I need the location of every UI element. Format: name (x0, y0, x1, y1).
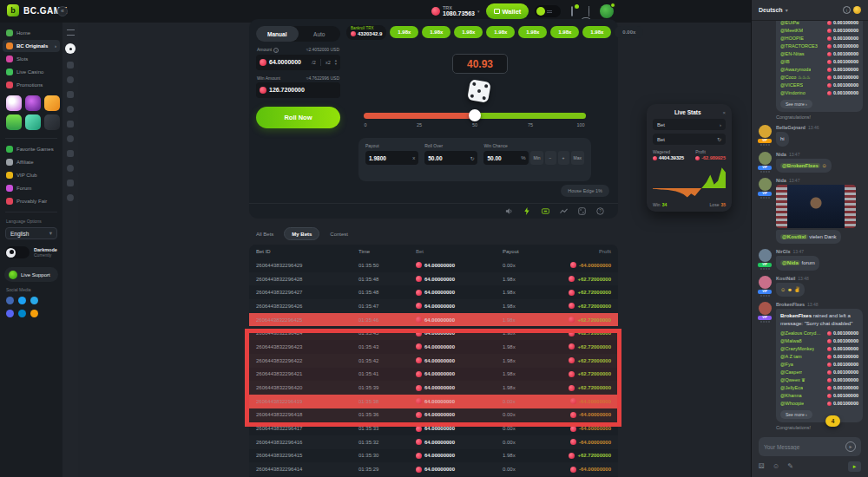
chat-message-list[interactable]: … gebracht oder?VIPKostNail13:16jaVIPDev… (752, 21, 868, 432)
sidebar-item-affiliate[interactable]: Affiliate (3, 156, 60, 168)
sidebar-item-vip-club[interactable]: VIP Club (3, 169, 60, 181)
rail-item-game[interactable] (67, 150, 74, 157)
bet-row[interactable]: 260644383229641901:35:3864.000000000.00x… (249, 395, 618, 408)
new-messages-badge[interactable]: 4 (825, 415, 840, 427)
tab-contest[interactable]: Contest (323, 227, 355, 240)
tab-auto[interactable]: Auto (299, 26, 341, 42)
rail-item-game[interactable] (67, 62, 74, 69)
game-tile-ball[interactable] (25, 95, 41, 111)
slider-track[interactable] (364, 113, 586, 119)
chat-message-input[interactable] (764, 444, 842, 450)
avatar[interactable] (759, 152, 772, 165)
avatar[interactable] (759, 249, 772, 262)
user-mention[interactable]: @Kostlixl (780, 234, 808, 239)
sidebar-collapse-button[interactable]: « (57, 6, 68, 16)
rain-recipient-name[interactable]: @TRACTORCE3 (780, 43, 818, 50)
twitter-icon[interactable] (30, 297, 38, 304)
avatar[interactable] (759, 302, 772, 315)
darkmode-toggle[interactable] (5, 246, 30, 258)
edit-icon[interactable]: ✎ (787, 463, 793, 470)
roll-now-button[interactable]: Roll Now (256, 107, 340, 128)
telegram-icon[interactable] (18, 297, 26, 304)
result-chip[interactable]: 1.98x (454, 26, 483, 38)
user-avatar[interactable] (600, 4, 614, 18)
amount-input[interactable]: 64.0000000 (269, 59, 307, 65)
rain-recipient-name[interactable]: @Zealous Coryd… (780, 330, 821, 337)
max-button[interactable]: Max (571, 151, 584, 165)
sound-icon[interactable] (504, 207, 513, 216)
increase-button[interactable]: + (558, 151, 569, 165)
bankroll-chip[interactable]: Bankroll TRX 4320342.9 (346, 25, 386, 40)
refresh-icon[interactable]: ↻ (470, 155, 474, 161)
result-chip[interactable]: 1.98x (582, 26, 611, 38)
seed-dice-icon[interactable] (577, 207, 586, 216)
stats-icon[interactable] (559, 207, 568, 216)
rail-item-game[interactable] (67, 76, 74, 83)
avatar[interactable] (759, 276, 772, 289)
rail-item-game[interactable] (67, 106, 74, 113)
result-chip[interactable]: 0.00x (615, 26, 643, 38)
amount-field[interactable]: 64.0000000 /2 x2 ▴▾ (256, 55, 340, 70)
bet-row[interactable]: 260644383229641801:35:3664.000000000.00x… (249, 408, 618, 422)
sidebar-item-promotions[interactable]: Promotions (3, 79, 60, 91)
rain-recipient-name[interactable]: @Vindorino (780, 90, 806, 97)
payout-field[interactable]: 1.9800 x (365, 151, 418, 165)
see-more-button[interactable]: See more › (780, 410, 812, 419)
rail-item-game[interactable] (67, 135, 74, 142)
bet-row[interactable]: 260644383229642101:35:4164.000000001.98x… (249, 368, 618, 382)
rail-item-dice-active[interactable] (65, 43, 76, 54)
sidebar-item-bc-originals[interactable]: BC Originals› (3, 40, 60, 52)
result-chip[interactable]: 1.98x (518, 26, 547, 38)
hotkeys-icon[interactable] (541, 207, 549, 216)
game-tile-cards[interactable] (44, 114, 60, 130)
rain-recipient-name[interactable]: @Coco ♨♨♨ (780, 75, 811, 82)
live-stats-reset[interactable]: Bet↻ (653, 134, 726, 145)
win-amount-field[interactable]: 126.7200000 (256, 82, 340, 98)
slider-handle[interactable] (469, 109, 481, 121)
user-mention[interactable]: @BrokenFlxes (780, 163, 820, 168)
rain-recipient-name[interactable]: @Whoopie (780, 401, 804, 408)
rain-recipient-name[interactable]: @EUiPai (780, 21, 799, 27)
rail-item-game[interactable] (67, 165, 74, 172)
bet-row[interactable]: 260644383229641401:35:2964.000000000.00x… (249, 462, 618, 476)
decrease-button[interactable]: − (545, 151, 556, 165)
sidebar-item-favorite-games[interactable]: Favorite Games (3, 143, 60, 155)
bet-row[interactable]: 260644383229642001:35:3964.000000001.98x… (249, 381, 618, 395)
bet-row[interactable]: 260644383229642801:35:4864.000000001.98x… (249, 272, 618, 286)
bet-row[interactable]: 260644383229642601:35:4764.000000001.98x… (249, 299, 618, 313)
sidebar-item-live-casino[interactable]: Live Casino (3, 66, 60, 78)
sidebar-item-forum[interactable]: Forum (3, 182, 60, 194)
game-tile-gem[interactable] (44, 95, 60, 111)
rail-item-game[interactable] (67, 121, 74, 127)
profile-icon[interactable] (583, 6, 594, 16)
turbo-icon[interactable] (523, 207, 531, 216)
chat-language-select[interactable]: Deutsch (759, 7, 783, 13)
live-stats-filter[interactable]: Bet› (653, 119, 726, 130)
min-button[interactable]: Min (530, 151, 542, 165)
game-filters-icon[interactable] (67, 29, 75, 36)
rain-recipient-name[interactable]: @Khanna (780, 393, 802, 400)
double-bet-button[interactable]: x2 (324, 60, 332, 65)
bet-row[interactable]: 260644383229642901:35:5064.000000000.00x… (249, 258, 618, 272)
rail-item-game[interactable] (67, 91, 74, 98)
rain-recipient-name[interactable]: @Awazymoda (780, 67, 811, 74)
chat-input-box[interactable]: ▸ (759, 437, 861, 456)
rain-recipient-name[interactable]: @CrazyMonkey (780, 346, 814, 353)
rain-recipient-name[interactable]: @VICERS (780, 82, 803, 89)
rain-recipient-name[interactable]: @EN-Nitas (780, 51, 805, 58)
half-bet-button[interactable]: /2 (310, 60, 318, 65)
close-icon[interactable]: × (722, 110, 726, 115)
bitcointalk-icon[interactable] (30, 310, 38, 317)
rain-recipient-name[interactable]: @IB (780, 59, 790, 66)
game-tile-rocket[interactable] (6, 114, 22, 130)
avatar[interactable] (759, 125, 772, 138)
game-tile-crystal[interactable] (25, 114, 41, 130)
win-amount-input[interactable]: 126.7200000 (269, 87, 337, 93)
bet-row[interactable]: 260644383229642701:35:4864.000000001.98x… (249, 285, 618, 299)
win-chance-field[interactable]: 50.00 % (483, 151, 529, 165)
tab-my-bets[interactable]: My Bets (284, 227, 319, 240)
result-chip[interactable]: 1.98x (550, 26, 579, 38)
chat-image-gif[interactable] (776, 185, 856, 228)
chat-rules-icon[interactable]: i (843, 6, 851, 14)
trophy-icon[interactable] (853, 6, 861, 14)
